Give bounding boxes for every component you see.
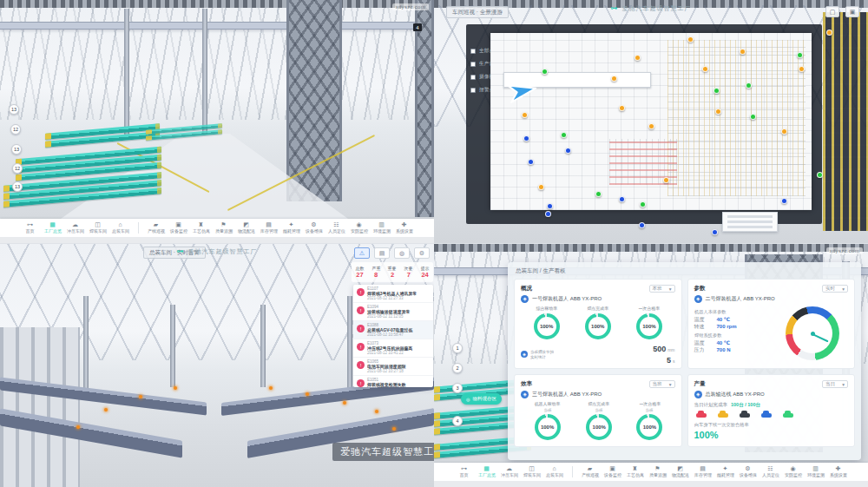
toolbar-item[interactable]: ▦ 工厂总览 [42, 221, 64, 234]
map-status-dot[interactable] [640, 201, 646, 207]
toolbar-item[interactable]: ▣ 设备监控 [168, 221, 190, 234]
toolbar-item[interactable]: ✚ 系统设置 [827, 465, 850, 478]
toolbar-item[interactable]: ✦ 能耗管理 [714, 465, 737, 478]
map-status-dot[interactable] [595, 191, 602, 197]
alarm-stat[interactable]: 严重 8 [368, 262, 385, 282]
map-status-dot[interactable] [639, 222, 645, 228]
alarm-list-item[interactable]: ! E1051 焊装线视觉检测失败 2021-08-12 10:05:56 [353, 376, 433, 387]
toolbar-item[interactable]: ◫ 焊装车间 [521, 465, 543, 478]
toolbar-item[interactable]: ▤ 库存管理 [258, 221, 280, 234]
map-machinery-cluster [667, 40, 806, 196]
map-status-dot[interactable] [648, 123, 654, 129]
floor-plan-map[interactable] [490, 33, 812, 210]
toolbar-item[interactable]: ⚑ 质量追溯 [213, 221, 235, 234]
alarm-view-tab[interactable]: ⚠ [354, 247, 370, 259]
station-number-badge[interactable]: 12 [10, 124, 21, 135]
station-number-badge[interactable]: 4 [452, 416, 463, 426]
alarm-view-tab[interactable]: ▤ [374, 247, 390, 259]
alarm-view-tab[interactable]: ⚙ [414, 247, 430, 259]
map-status-dot[interactable] [619, 105, 625, 111]
station-number-badge[interactable]: 13 [12, 181, 23, 192]
topbar-button[interactable]: ▢ [825, 6, 839, 17]
map-status-dot[interactable] [523, 135, 529, 141]
card-dropdown[interactable]: 实时 ▾ [822, 285, 848, 293]
toolbar-item-label: 设备监控 [169, 228, 187, 234]
alarm-list-item[interactable]: ! E1094 涂装线输送链速度异常 2021-08-12 11:12:05 [353, 303, 433, 321]
map-status-dot[interactable] [781, 128, 787, 135]
station-number-badge[interactable]: 1 [452, 343, 463, 353]
minimap-panel[interactable] [722, 212, 778, 232]
station-number-badge[interactable]: 2 [452, 363, 463, 373]
toolbar-item[interactable]: ✦ 能耗管理 [280, 221, 303, 234]
map-status-dot[interactable] [528, 159, 534, 165]
map-status-dot[interactable] [750, 114, 756, 120]
toolbar-item[interactable]: ⌂ 总装车间 [109, 221, 132, 234]
card-dropdown[interactable]: 本班 ▾ [649, 285, 675, 293]
toolbar-item[interactable]: ▰ 产线巡视 [145, 221, 168, 234]
station-number-badge[interactable]: 13 [11, 144, 22, 155]
map-status-dot[interactable] [712, 229, 718, 235]
toolbar-bottom-strip [434, 481, 868, 487]
alarm-stat[interactable]: 提示 24 [417, 262, 433, 282]
map-status-dot[interactable] [565, 148, 571, 154]
toolbar-item[interactable]: ▤ 库存管理 [692, 465, 714, 478]
tab-icon: ⚠ [359, 250, 365, 257]
toolbar-item[interactable]: ☷ 人员定位 [326, 221, 348, 234]
gauge-unit: 机器人稼动率 当班 100% [533, 401, 562, 440]
station-number-badge[interactable]: 3 [452, 383, 463, 393]
card-dropdown[interactable]: 当日 ▾ [822, 380, 848, 388]
toolbar-item[interactable]: ◩ 物流配送 [235, 221, 258, 234]
toolbar-item[interactable]: ▥ 环境监测 [805, 465, 827, 478]
alarm-stat[interactable]: 重要 2 [385, 262, 401, 282]
toolbar-item[interactable]: ☷ 人员定位 [760, 465, 782, 478]
toolbar-item[interactable]: ▦ 工厂总览 [476, 465, 498, 478]
toolbar-item[interactable]: ♜ 工艺仿真 [190, 221, 213, 234]
toolbar-item-icon: ◉ [356, 221, 361, 228]
map-status-dot[interactable] [547, 203, 553, 209]
brand-logo-icon: ⊶ [177, 247, 185, 255]
map-status-dot[interactable] [561, 132, 567, 138]
station-number-badge[interactable]: 12 [12, 163, 23, 174]
map-status-dot[interactable] [740, 49, 746, 55]
toolbar-item[interactable]: ☁ 冲压车间 [64, 221, 87, 234]
zone-tag[interactable]: ◎ 物料缓存区 [461, 393, 502, 405]
map-status-dot[interactable] [522, 112, 528, 118]
toolbar-item[interactable]: ⌂ 总装车间 [543, 465, 566, 478]
metric-value: 5 [667, 356, 671, 365]
toolbar-item[interactable]: ◫ 焊装车间 [87, 221, 109, 234]
map-status-dot[interactable] [545, 211, 551, 217]
station-number-badge[interactable]: 13 [9, 104, 19, 115]
toolbar-item[interactable]: ⚑ 质量追溯 [647, 465, 669, 478]
toolbar-item[interactable]: ◉ 安防监控 [348, 221, 371, 234]
alarm-list-item[interactable]: ! E1088 总装线AGV-07电量过低 2021-08-12 10:58:4… [353, 321, 433, 339]
toolbar-item[interactable]: ♜ 工艺仿真 [624, 465, 647, 478]
toolbar-item[interactable]: ⚙ 设备维保 [737, 465, 760, 478]
toolbar-primary-group: ⊶ 首页 ▦ 工厂总览 ☁ 冲压车间 ◫ 焊装 [453, 465, 566, 478]
alarm-list-item[interactable]: ! E1107 焊装线3号机器人通讯异常 2021-08-12 11:27:33 [353, 285, 433, 303]
alarm-list-item[interactable]: ! E1065 电池车间温湿度超限 2021-08-12 10:27:18 [353, 358, 433, 376]
toolbar-item[interactable]: ⊶ 首页 [19, 221, 42, 234]
card-dropdown[interactable]: 当班 ▾ [649, 380, 675, 388]
alarm-stat[interactable]: 总数 27 [352, 262, 368, 282]
alarm-list-item[interactable]: ! E1073 冲压线2号压机油温偏高 2021-08-12 10:41:22 [353, 339, 433, 358]
toolbar-item[interactable]: ▰ 产线巡视 [579, 465, 602, 478]
toolbar-item[interactable]: ✚ 系统设置 [393, 221, 416, 234]
map-status-dot[interactable] [542, 69, 548, 75]
toolbar-item[interactable]: ▥ 环境监测 [371, 221, 393, 234]
alarm-stat-value: 7 [407, 272, 411, 279]
topbar-button[interactable]: ▣ [845, 6, 859, 17]
toolbar-item[interactable]: ▣ 设备监控 [602, 465, 624, 478]
map-status-dot[interactable] [611, 76, 617, 82]
toolbar-item[interactable]: ⚙ 设备维保 [303, 221, 326, 234]
toolbar-item[interactable]: ☁ 冲压车间 [498, 465, 521, 478]
map-status-dot[interactable] [817, 172, 823, 178]
map-status-dot[interactable] [715, 109, 721, 115]
toolbar-item[interactable]: ◉ 安防监控 [782, 465, 805, 478]
toolbar-item[interactable]: ⊶ 首页 [453, 465, 476, 478]
toolbar-item[interactable]: ◩ 物流配送 [669, 465, 692, 478]
map-status-dot[interactable] [746, 82, 752, 89]
alarm-view-tab[interactable]: ◍ [394, 247, 410, 259]
alarm-stat[interactable]: 次要 7 [400, 262, 417, 282]
map-status-dot[interactable] [781, 198, 787, 204]
map-status-dot[interactable] [826, 30, 832, 36]
